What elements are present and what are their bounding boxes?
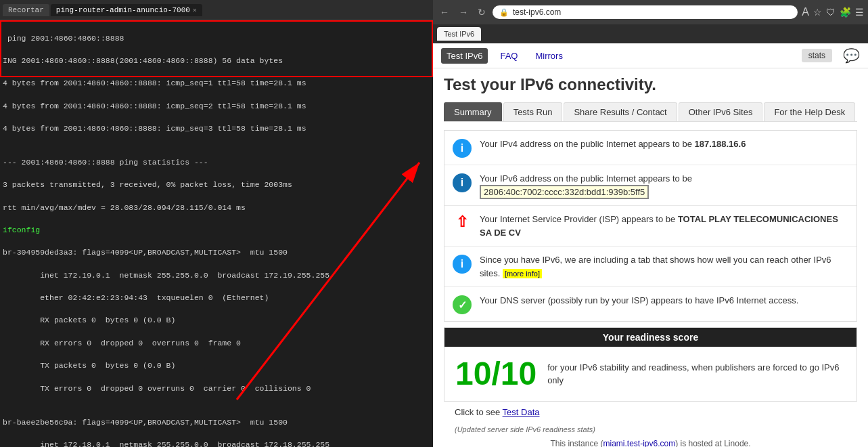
test-data-label: Click to see [455,407,500,417]
term-line: --- 2001:4860:4860::8888 ping statistics… [3,157,430,169]
browser-icons: A ☆ 🛡 🧩 ☰ [802,6,864,18]
extensions-icon[interactable]: 🧩 [840,7,851,18]
tab-label: Recortar [8,6,44,14]
reload-button[interactable]: ↻ [475,5,488,19]
browser-tab-label: Test IPv6 [444,30,474,38]
isp-arrow-icon: ⇧ [453,213,472,232]
menu-icon[interactable]: ☰ [855,7,864,18]
browser-tabs-bar: Test IPv6 [433,24,868,43]
dns-check-icon: ✓ [453,295,472,314]
ipv6-sites-icon: i [453,255,472,274]
address-bar[interactable]: 🔒 test-ipv6.com [493,5,798,19]
term-line: inet 172.19.0.1 netmask 255.255.0.0 broa… [3,270,430,282]
term-line: rtt min/avg/max/mdev = 28.083/28.094/28.… [3,203,430,214]
browser-panel: ← → ↻ 🔒 test-ipv6.com A ☆ 🛡 🧩 ☰ Test IPv… [433,0,868,447]
term-line: TX packets 0 bytes 0 (0.0 B) [3,360,430,372]
isp-row: ⇧ Your Internet Service Provider (ISP) a… [444,206,856,247]
more-info-link[interactable]: [more info] [503,269,542,278]
lock-icon: 🔒 [499,8,509,17]
url-text: test-ipv6.com [513,7,561,17]
term-line: TX errors 0 dropped 0 overruns 0 carrier… [3,383,430,395]
ipv4-row: i Your IPv4 address on the public Intern… [444,131,856,165]
term-line: ether 02:42:e2:23:94:43 txqueuelen 0 (Et… [3,293,430,304]
tab-tests-run[interactable]: Tests Run [503,102,563,121]
score-value: 10/10 [455,358,536,390]
stats-button[interactable]: stats [802,49,832,62]
terminal-tab-bar: Recortar ping-router-admin-anuncio-7000 … [0,0,433,20]
score-header: Your readiness score [444,328,856,347]
tab-share-results[interactable]: Share Results / Contact [564,102,677,121]
terminal-panel: Recortar ping-router-admin-anuncio-7000 … [0,0,433,447]
site-navigation: Test IPv6 FAQ Mirrors stats 💬 [433,43,868,68]
terminal-tab-recortar[interactable]: Recortar [3,4,49,16]
ipv4-text: Your IPv4 address on the public Internet… [480,137,848,151]
tab-summary[interactable]: Summary [444,102,502,121]
term-line: br-baee2be56c9a: flags=4099<UP,BROADCAST… [3,417,430,429]
term-line: 3 packets transmitted, 3 received, 0% pa… [3,179,430,191]
term-line: br-304959ded3a3: flags=4099<UP,BROADCAST… [3,247,430,259]
tab-help-desk[interactable]: For the Help Desk [764,102,855,121]
translate-icon[interactable]: A [802,6,809,18]
term-line: RX errors 0 dropped 0 overruns 0 frame 0 [3,338,430,349]
tab-label-active: ping-router-admin-anuncio-7000 [56,6,190,14]
website-content: Test IPv6 FAQ Mirrors stats 💬 Test your … [433,43,868,447]
term-line: RX packets 0 bytes 0 (0.0 B) [3,315,430,326]
ipv6-address: 2806:40c:7002:cccc:332d:bdd1:939b:5ff5 [480,185,649,199]
ipv6-row: i Your IPv6 address on the public Intern… [444,165,856,206]
score-body: 10/10 for your IPv6 stability and readin… [444,347,856,401]
test-data-link[interactable]: Test Data [503,407,540,417]
nav-mirrors[interactable]: Mirrors [530,48,568,64]
term-line: 4 bytes from 2001:4860:4860::8888: icmp_… [3,101,430,112]
term-line: 4 bytes from 2001:4860:4860::8888: icmp_… [3,78,430,89]
dns-text: Your DNS server (possibly run by your IS… [480,294,848,307]
ipv6-text: Your IPv6 address on the public Internet… [480,172,848,198]
ipv6-sites-row: i Since you have IPv6, we are including … [444,247,856,287]
test-data-section: Click to see Test Data [444,402,857,423]
forward-button[interactable]: → [456,5,471,19]
browser-chrome: ← → ↻ 🔒 test-ipv6.com A ☆ 🛡 🧩 ☰ [433,0,868,24]
updated-stats-text: (Updated server side IPv6 readiness stat… [444,423,857,436]
terminal-output: ping 2001:4860:4860::8888 ING 2001:4860:… [0,20,433,447]
info-section: i Your IPv4 address on the public Intern… [444,130,857,322]
nav-faq[interactable]: FAQ [495,48,523,64]
back-button[interactable]: ← [437,5,452,19]
term-line: ING 2001:4860:4860::8888(2001:4860:4860:… [3,56,430,67]
term-line: ifconfig [3,225,430,236]
score-section: Your readiness score 10/10 for your IPv6… [444,327,857,402]
content-tabs: Summary Tests Run Share Results / Contac… [444,102,857,122]
page-title: Test your IPv6 connectivity. [444,75,857,94]
term-line: ping 2001:4860:4860::8888 [3,33,430,45]
hosted-at-text: This instance (miami.test-ipv6.com) is h… [444,436,857,447]
miami-link[interactable]: miami.test-ipv6.com [603,439,675,447]
tab-close-icon[interactable]: ✕ [193,6,197,14]
term-line: 4 bytes from 2001:4860:4860::8888: icmp_… [3,123,430,135]
chat-button[interactable]: 💬 [843,47,860,64]
isp-text: Your Internet Service Provider (ISP) app… [480,213,848,239]
browser-tab-active[interactable]: Test IPv6 [437,27,481,41]
ipv6-icon: i [453,173,472,192]
site-body: Test your IPv6 connectivity. Summary Tes… [433,68,868,447]
score-description: for your IPv6 stability and readiness, w… [547,361,846,387]
nav-test-ipv6[interactable]: Test IPv6 [441,48,488,64]
dns-row: ✓ Your DNS server (possibly run by your … [444,287,856,321]
terminal-tab-ping[interactable]: ping-router-admin-anuncio-7000 ✕ [51,4,202,16]
tab-other-ipv6[interactable]: Other IPv6 Sites [679,102,763,121]
bookmark-icon[interactable]: ☆ [813,7,822,18]
term-line: inet 172.18.0.1 netmask 255.255.0.0 broa… [3,440,430,447]
ipv4-icon: i [453,139,472,158]
ipv6-sites-text: Since you have IPv6, we are including a … [480,253,848,280]
shield-icon[interactable]: 🛡 [826,7,836,18]
